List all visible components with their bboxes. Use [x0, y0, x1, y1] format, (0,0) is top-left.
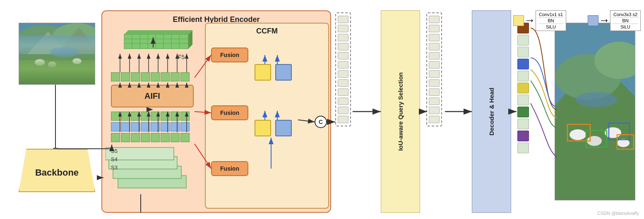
- legend-conv3x3-box: Conv3x3 s2 BN SiLU: [610, 10, 641, 31]
- grid-sq: [131, 133, 140, 142]
- grid-sq: [141, 72, 150, 81]
- aifi-label: AIFI: [144, 91, 160, 101]
- fusion-box-1: Fusion: [211, 48, 248, 62]
- s5-label: S5: [111, 148, 118, 154]
- grid-sq: [161, 112, 170, 121]
- grid-sq: [111, 72, 120, 81]
- top-green-row: [111, 72, 190, 81]
- feat-sq: [338, 88, 348, 96]
- grid-sq: [131, 112, 140, 121]
- feat-sq: [338, 52, 348, 60]
- feat-sq: [338, 16, 348, 23]
- grid-sq: [121, 133, 130, 142]
- svg-point-8: [35, 59, 45, 66]
- feature-col-1: [335, 12, 351, 126]
- grid-sq-blue: [141, 122, 150, 131]
- feat-sq: [338, 61, 348, 69]
- diagram-container: Backbone Efficient Hybrid Encoder: [0, 0, 644, 219]
- grid-sq: [131, 72, 140, 81]
- svg-marker-23: [124, 30, 192, 34]
- strip-teal-3: [517, 71, 529, 81]
- feat-sq: [338, 107, 348, 114]
- feat-sq: [429, 52, 440, 60]
- legend-conv3x3: Conv3x3 s2 BN SiLU: [588, 10, 641, 31]
- concat-circle: C: [315, 116, 327, 128]
- input-image: [19, 23, 95, 85]
- ccfm-yellow-1: [255, 64, 271, 81]
- grid-sq: [171, 72, 180, 81]
- decoder-box: Decoder & Head: [472, 10, 511, 213]
- grid-sq: [180, 133, 190, 142]
- strip-teal-4: [517, 95, 529, 105]
- feat-sq: [429, 98, 440, 105]
- svg-point-33: [570, 129, 586, 140]
- strip-teal-5: [517, 119, 529, 129]
- iou-box: IoU-aware Query Selection: [381, 10, 420, 213]
- legend-blue-sq: [588, 15, 598, 26]
- grid-sq: [141, 133, 150, 142]
- output-image: [555, 23, 635, 200]
- feat-sq: [429, 25, 440, 32]
- blue-row: [111, 122, 190, 131]
- s3-label: S3: [111, 164, 118, 171]
- fusion-label-3: Fusion: [220, 165, 239, 172]
- iou-label: IoU-aware Query Selection: [397, 72, 404, 151]
- svg-rect-12: [124, 34, 188, 49]
- legend-conv3x3-row2: BN: [613, 18, 638, 24]
- mid-green-row: [111, 112, 190, 121]
- output-strips: [517, 23, 529, 153]
- legend-conv3x3-row3: SiLU: [613, 24, 638, 30]
- feat-sq: [429, 107, 440, 114]
- feature-col-3: [426, 12, 442, 126]
- f5-label: F5: [178, 54, 185, 60]
- grid-sq-blue: [111, 122, 120, 131]
- fusion-box-3: Fusion: [211, 161, 248, 176]
- grid-sq: [111, 112, 120, 121]
- concat-label: C: [319, 119, 323, 125]
- feat-sq: [338, 116, 348, 123]
- s4-label: S4: [111, 156, 118, 162]
- strip-teal-6: [517, 143, 529, 153]
- arrow-image-to-backbone: [55, 85, 56, 149]
- feat-sq: [429, 34, 440, 41]
- watermark: CSDN @blanokvaffy: [597, 211, 639, 216]
- strip-purple: [517, 131, 529, 141]
- feat-sq: [429, 61, 440, 69]
- svg-marker-44: [606, 19, 608, 22]
- strip-blue: [517, 59, 529, 69]
- feat-sq: [338, 70, 348, 78]
- strip-yellow: [517, 83, 529, 93]
- grid-sq: [151, 133, 160, 142]
- legend-conv1x1-row3: SiLU: [538, 24, 564, 30]
- svg-rect-4: [19, 60, 95, 85]
- stacked-feature-layers: [106, 147, 192, 194]
- legend-yellow-sq: [513, 15, 524, 26]
- decoder-label: Decoder & Head: [488, 88, 495, 136]
- grid-sq: [151, 72, 160, 81]
- strip-teal-2: [517, 47, 529, 57]
- feat-sq: [429, 70, 440, 78]
- feat-sq: [338, 34, 348, 41]
- backbone-box: Backbone: [19, 149, 95, 192]
- bot-green-row: [111, 133, 190, 142]
- ccfm-yellow-2: [255, 120, 271, 136]
- feat-sq: [338, 98, 348, 105]
- feat-sq: [429, 43, 440, 50]
- grid-sq: [171, 112, 180, 121]
- fusion-label-2: Fusion: [220, 110, 239, 116]
- fusion-box-2: Fusion: [211, 105, 248, 120]
- grid-sq: [111, 133, 120, 142]
- aifi-box: AIFI: [111, 85, 194, 107]
- legend-conv1x1-row2: BN: [538, 18, 564, 24]
- grid-sq: [180, 112, 190, 121]
- feat-sq: [338, 25, 348, 32]
- grid-sq: [121, 112, 130, 121]
- grid-sq: [161, 133, 170, 142]
- feat-sq: [338, 79, 348, 87]
- strip-green: [517, 107, 529, 117]
- grid-sq-blue: [151, 122, 160, 131]
- svg-rect-3: [19, 54, 95, 85]
- legend-conv1x1: Conv1x1 s1 BN SiLU: [513, 10, 566, 31]
- grid-sq: [161, 72, 170, 81]
- grid-sq: [180, 72, 190, 81]
